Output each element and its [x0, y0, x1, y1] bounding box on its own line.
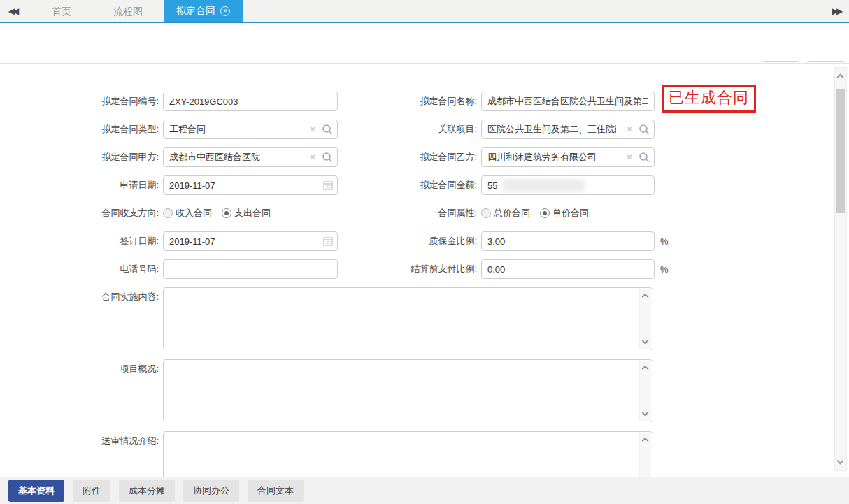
clear-icon[interactable]: ✕ [626, 124, 633, 134]
field-label-contract-amount: 拟定合同金额: [342, 179, 481, 192]
panel-scrollbar[interactable] [834, 67, 847, 471]
tab-draft-contract[interactable]: 拟定合同 ✕ [164, 0, 243, 22]
field-label-contract-type: 拟定合同类型: [72, 123, 163, 136]
form-row: 申请日期: 拟定合同金额: [72, 175, 849, 195]
radio-label: 支出合同 [234, 207, 271, 219]
toolbar: 拟定合同<编辑> 新增 打印 [0, 24, 849, 63]
implementation-content-textarea[interactable] [164, 288, 652, 350]
textarea-scrollbar[interactable] [639, 433, 651, 477]
field-label-implementation-content: 合同实施内容: [72, 287, 163, 350]
review-situation-textarea[interactable] [164, 432, 652, 477]
bottom-tab-bar: 基本资料 附件 成本分摊 协同办公 合同文本 [0, 477, 849, 504]
scroll-up-icon[interactable] [642, 438, 649, 445]
bottom-tab-basic-info[interactable]: 基本资料 [8, 480, 64, 502]
tab-list: 首页 流程图 拟定合同 ✕ [31, 0, 243, 22]
contract-name-input[interactable] [481, 92, 655, 111]
search-icon[interactable] [322, 124, 333, 137]
field-label-party-b: 拟定合同乙方: [342, 151, 481, 164]
form-row: 项目概况: [72, 359, 849, 422]
scroll-tabs-right-icon[interactable]: ▶▶ [824, 0, 849, 22]
bottom-tab-cost-allocation[interactable]: 成本分摊 [119, 480, 175, 502]
radio-icon[interactable] [540, 208, 550, 218]
scroll-down-icon[interactable] [642, 338, 649, 345]
warranty-ratio-input[interactable] [481, 231, 655, 251]
phone-input[interactable] [163, 259, 338, 279]
apply-date-input[interactable] [163, 175, 338, 195]
form-row: 签订日期: 质保金比例: % [72, 231, 849, 251]
form-row: 合同收支方向: 收入合同 支出合同 合同属性: 总价合同 [72, 203, 849, 223]
tabbar-spacer [243, 0, 824, 22]
percent-suffix: % [660, 264, 669, 275]
redaction-smudge [502, 179, 585, 192]
form-row: 拟定合同类型: ✕ 关联项目: ✕ [72, 120, 849, 139]
scroll-up-icon[interactable] [642, 294, 649, 301]
scroll-up-icon[interactable] [642, 366, 649, 373]
field-label-related-project: 关联项目: [342, 123, 481, 136]
radio-income-contract[interactable]: 收入合同 [163, 207, 212, 219]
field-label-project-overview: 项目概况: [72, 359, 163, 422]
field-label-contract-attribute: 合同属性: [342, 207, 481, 219]
bottom-tab-attachments[interactable]: 附件 [73, 480, 110, 502]
clear-icon[interactable]: ✕ [626, 152, 633, 162]
form-row: 送审情况介绍: [72, 431, 849, 477]
radio-label: 收入合同 [176, 207, 212, 219]
field-label-sign-date: 签订日期: [72, 235, 163, 247]
form-row: 拟定合同甲方: ✕ 拟定合同乙方: ✕ [72, 147, 849, 167]
pre-settlement-pay-ratio-input[interactable] [481, 259, 655, 279]
form-row: 合同实施内容: [72, 287, 849, 350]
radio-expense-contract[interactable]: 支出合同 [222, 207, 271, 219]
radio-lump-sum-contract[interactable]: 总价合同 [481, 207, 530, 219]
contract-attribute-radio-group: 总价合同 单价合同 [481, 207, 589, 219]
inout-direction-radio-group: 收入合同 支出合同 [163, 207, 271, 219]
search-icon[interactable] [638, 124, 650, 137]
form-panel: 拟定合同编号: 拟定合同名称: 拟定合同类型: ✕ 关联项目: [0, 63, 849, 477]
field-label-inout-direction: 合同收支方向: [72, 207, 163, 219]
field-label-apply-date: 申请日期: [72, 179, 163, 192]
tab-draft-contract-label: 拟定合同 [176, 0, 215, 22]
tab-home[interactable]: 首页 [31, 0, 92, 22]
bottom-tab-contract-text[interactable]: 合同文本 [248, 480, 304, 502]
search-icon[interactable] [638, 152, 650, 165]
scroll-up-icon[interactable] [837, 74, 844, 81]
field-label-contract-no: 拟定合同编号: [72, 95, 163, 108]
search-icon[interactable] [322, 152, 333, 165]
scroll-down-icon[interactable] [837, 458, 844, 465]
clear-icon[interactable]: ✕ [309, 124, 316, 134]
tab-flowchart[interactable]: 流程图 [92, 0, 164, 22]
calendar-icon[interactable] [323, 236, 333, 248]
bottom-tab-collaboration[interactable]: 协同办公 [183, 480, 239, 502]
contract-form: 拟定合同编号: 拟定合同名称: 拟定合同类型: ✕ 关联项目: [0, 64, 849, 477]
clear-icon[interactable]: ✕ [309, 152, 316, 162]
contract-no-input[interactable] [163, 92, 338, 111]
radio-label: 单价合同 [552, 207, 589, 219]
close-tab-icon[interactable]: ✕ [220, 6, 230, 16]
field-label-party-a: 拟定合同甲方: [72, 151, 163, 164]
radio-icon[interactable] [163, 208, 173, 218]
field-label-review-situation: 送审情况介绍: [72, 431, 163, 477]
field-label-phone: 电话号码: [72, 263, 163, 275]
percent-suffix: % [660, 236, 669, 247]
sign-date-input[interactable] [163, 231, 338, 251]
top-tab-bar: ◀◀ 首页 流程图 拟定合同 ✕ ▶▶ [0, 0, 849, 23]
textarea-scrollbar[interactable] [639, 361, 651, 421]
calendar-icon[interactable] [323, 180, 333, 192]
radio-unit-price-contract[interactable]: 单价合同 [540, 207, 589, 219]
field-label-warranty-ratio: 质保金比例: [342, 235, 481, 247]
radio-icon[interactable] [481, 208, 491, 218]
contract-generated-stamp: 已生成合同 [662, 85, 756, 113]
scroll-down-icon[interactable] [642, 410, 649, 417]
scrollbar-thumb[interactable] [836, 89, 845, 213]
radio-icon[interactable] [222, 208, 231, 218]
project-overview-textarea[interactable] [164, 360, 652, 422]
form-row: 电话号码: 结算前支付比例: % [72, 259, 849, 279]
scroll-tabs-left-icon[interactable]: ◀◀ [0, 0, 25, 22]
field-label-pre-settlement-pay-ratio: 结算前支付比例: [342, 263, 481, 275]
textarea-scrollbar[interactable] [639, 289, 651, 349]
radio-label: 总价合同 [494, 207, 530, 219]
field-label-contract-name: 拟定合同名称: [342, 95, 481, 108]
